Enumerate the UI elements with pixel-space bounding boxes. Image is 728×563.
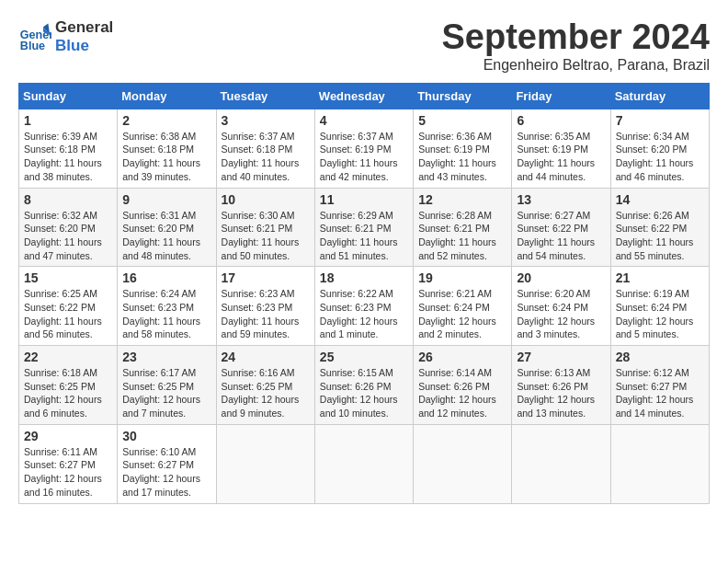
day-number: 21 xyxy=(616,270,704,285)
calendar-cell: 28Sunrise: 6:12 AM Sunset: 6:27 PM Dayli… xyxy=(610,346,709,425)
day-info: Sunrise: 6:11 AM Sunset: 6:27 PM Dayligh… xyxy=(24,445,112,500)
calendar-cell: 6Sunrise: 6:35 AM Sunset: 6:19 PM Daylig… xyxy=(512,109,610,188)
calendar-cell: 13Sunrise: 6:27 AM Sunset: 6:22 PM Dayli… xyxy=(512,188,610,267)
day-number: 18 xyxy=(320,270,408,285)
calendar-cell: 4Sunrise: 6:37 AM Sunset: 6:19 PM Daylig… xyxy=(314,109,413,188)
calendar-week-2: 8Sunrise: 6:32 AM Sunset: 6:20 PM Daylig… xyxy=(19,188,710,267)
day-info: Sunrise: 6:18 AM Sunset: 6:25 PM Dayligh… xyxy=(24,366,112,420)
calendar-week-4: 22Sunrise: 6:18 AM Sunset: 6:25 PM Dayli… xyxy=(19,346,710,425)
day-info: Sunrise: 6:23 AM Sunset: 6:23 PM Dayligh… xyxy=(222,287,310,341)
day-number: 29 xyxy=(24,429,112,443)
header-row: SundayMondayTuesdayWednesdayThursdayFrid… xyxy=(19,83,710,109)
day-number: 24 xyxy=(222,350,310,364)
day-number: 23 xyxy=(122,350,210,364)
calendar-cell: 25Sunrise: 6:15 AM Sunset: 6:26 PM Dayli… xyxy=(314,346,413,425)
calendar-body: 1Sunrise: 6:39 AM Sunset: 6:18 PM Daylig… xyxy=(19,109,710,503)
day-info: Sunrise: 6:28 AM Sunset: 6:21 PM Dayligh… xyxy=(418,209,506,263)
header-cell-thursday: Thursday xyxy=(414,83,512,109)
calendar-week-1: 1Sunrise: 6:39 AM Sunset: 6:18 PM Daylig… xyxy=(19,109,710,188)
calendar-cell: 12Sunrise: 6:28 AM Sunset: 6:21 PM Dayli… xyxy=(414,188,512,267)
calendar-cell: 22Sunrise: 6:18 AM Sunset: 6:25 PM Dayli… xyxy=(19,346,118,425)
location: Engenheiro Beltrao, Parana, Brazil xyxy=(442,57,711,74)
day-info: Sunrise: 6:13 AM Sunset: 6:26 PM Dayligh… xyxy=(517,366,605,420)
day-number: 1 xyxy=(24,113,112,128)
day-info: Sunrise: 6:14 AM Sunset: 6:26 PM Dayligh… xyxy=(418,366,506,420)
day-number: 8 xyxy=(24,192,112,207)
month-title: September 2024 xyxy=(442,18,711,57)
calendar-cell: 18Sunrise: 6:22 AM Sunset: 6:23 PM Dayli… xyxy=(314,267,413,346)
calendar-cell: 16Sunrise: 6:24 AM Sunset: 6:23 PM Dayli… xyxy=(118,267,216,346)
calendar-cell: 23Sunrise: 6:17 AM Sunset: 6:25 PM Dayli… xyxy=(118,346,216,425)
logo: General Blue General Blue xyxy=(18,18,113,56)
calendar-cell: 2Sunrise: 6:38 AM Sunset: 6:18 PM Daylig… xyxy=(118,109,216,188)
day-number: 7 xyxy=(616,113,704,128)
day-number: 19 xyxy=(418,270,506,285)
calendar-cell: 8Sunrise: 6:32 AM Sunset: 6:20 PM Daylig… xyxy=(19,188,118,267)
title-block: September 2024 Engenheiro Beltrao, Paran… xyxy=(442,18,711,74)
calendar-cell: 9Sunrise: 6:31 AM Sunset: 6:20 PM Daylig… xyxy=(118,188,216,267)
day-info: Sunrise: 6:17 AM Sunset: 6:25 PM Dayligh… xyxy=(122,366,210,420)
day-number: 6 xyxy=(517,113,605,128)
header-cell-friday: Friday xyxy=(512,83,610,109)
day-info: Sunrise: 6:35 AM Sunset: 6:19 PM Dayligh… xyxy=(517,130,605,184)
calendar-cell: 3Sunrise: 6:37 AM Sunset: 6:18 PM Daylig… xyxy=(216,109,314,188)
day-info: Sunrise: 6:39 AM Sunset: 6:18 PM Dayligh… xyxy=(24,130,112,184)
day-info: Sunrise: 6:27 AM Sunset: 6:22 PM Dayligh… xyxy=(517,209,605,263)
day-number: 10 xyxy=(222,192,310,207)
header-cell-wednesday: Wednesday xyxy=(314,83,413,109)
header-cell-tuesday: Tuesday xyxy=(216,83,314,109)
calendar-table: SundayMondayTuesdayWednesdayThursdayFrid… xyxy=(18,83,710,504)
day-number: 26 xyxy=(418,350,506,364)
day-info: Sunrise: 6:24 AM Sunset: 6:23 PM Dayligh… xyxy=(122,287,210,341)
calendar-cell xyxy=(512,424,610,503)
calendar-cell: 21Sunrise: 6:19 AM Sunset: 6:24 PM Dayli… xyxy=(610,267,709,346)
day-number: 20 xyxy=(517,270,605,285)
calendar-cell xyxy=(414,424,512,503)
calendar-cell: 27Sunrise: 6:13 AM Sunset: 6:26 PM Dayli… xyxy=(512,346,610,425)
header-cell-monday: Monday xyxy=(118,83,216,109)
day-info: Sunrise: 6:31 AM Sunset: 6:20 PM Dayligh… xyxy=(122,209,210,263)
day-info: Sunrise: 6:37 AM Sunset: 6:18 PM Dayligh… xyxy=(222,130,310,184)
calendar-cell: 24Sunrise: 6:16 AM Sunset: 6:25 PM Dayli… xyxy=(216,346,314,425)
day-info: Sunrise: 6:16 AM Sunset: 6:25 PM Dayligh… xyxy=(222,366,310,420)
day-info: Sunrise: 6:22 AM Sunset: 6:23 PM Dayligh… xyxy=(320,287,408,341)
calendar-cell: 20Sunrise: 6:20 AM Sunset: 6:24 PM Dayli… xyxy=(512,267,610,346)
day-number: 30 xyxy=(122,429,210,443)
day-number: 13 xyxy=(517,192,605,207)
calendar-cell: 14Sunrise: 6:26 AM Sunset: 6:22 PM Dayli… xyxy=(610,188,709,267)
day-info: Sunrise: 6:36 AM Sunset: 6:19 PM Dayligh… xyxy=(418,130,506,184)
day-number: 2 xyxy=(122,113,210,128)
day-number: 3 xyxy=(222,113,310,128)
day-info: Sunrise: 6:15 AM Sunset: 6:26 PM Dayligh… xyxy=(320,366,408,420)
calendar-week-3: 15Sunrise: 6:25 AM Sunset: 6:22 PM Dayli… xyxy=(19,267,710,346)
day-number: 16 xyxy=(122,270,210,285)
logo-line2: Blue xyxy=(55,37,113,55)
calendar-cell xyxy=(610,424,709,503)
day-info: Sunrise: 6:26 AM Sunset: 6:22 PM Dayligh… xyxy=(616,209,704,263)
day-info: Sunrise: 6:30 AM Sunset: 6:21 PM Dayligh… xyxy=(222,209,310,263)
calendar-cell xyxy=(216,424,314,503)
day-info: Sunrise: 6:12 AM Sunset: 6:27 PM Dayligh… xyxy=(616,366,704,420)
header-cell-sunday: Sunday xyxy=(19,83,118,109)
calendar-cell: 19Sunrise: 6:21 AM Sunset: 6:24 PM Dayli… xyxy=(414,267,512,346)
calendar-cell: 17Sunrise: 6:23 AM Sunset: 6:23 PM Dayli… xyxy=(216,267,314,346)
day-info: Sunrise: 6:10 AM Sunset: 6:27 PM Dayligh… xyxy=(122,445,210,500)
calendar-cell: 11Sunrise: 6:29 AM Sunset: 6:21 PM Dayli… xyxy=(314,188,413,267)
day-number: 14 xyxy=(616,192,704,207)
calendar-cell: 10Sunrise: 6:30 AM Sunset: 6:21 PM Dayli… xyxy=(216,188,314,267)
logo-line1: General xyxy=(55,18,113,37)
day-info: Sunrise: 6:21 AM Sunset: 6:24 PM Dayligh… xyxy=(418,287,506,341)
header-cell-saturday: Saturday xyxy=(610,83,709,109)
calendar-header: SundayMondayTuesdayWednesdayThursdayFrid… xyxy=(19,83,710,109)
day-number: 17 xyxy=(222,270,310,285)
calendar-cell: 1Sunrise: 6:39 AM Sunset: 6:18 PM Daylig… xyxy=(19,109,118,188)
day-number: 11 xyxy=(320,192,408,207)
day-number: 9 xyxy=(122,192,210,207)
day-number: 5 xyxy=(418,113,506,128)
day-info: Sunrise: 6:20 AM Sunset: 6:24 PM Dayligh… xyxy=(517,287,605,341)
day-number: 12 xyxy=(418,192,506,207)
day-info: Sunrise: 6:37 AM Sunset: 6:19 PM Dayligh… xyxy=(320,130,408,184)
day-info: Sunrise: 6:38 AM Sunset: 6:18 PM Dayligh… xyxy=(122,130,210,184)
day-number: 15 xyxy=(24,270,112,285)
calendar-cell: 26Sunrise: 6:14 AM Sunset: 6:26 PM Dayli… xyxy=(414,346,512,425)
